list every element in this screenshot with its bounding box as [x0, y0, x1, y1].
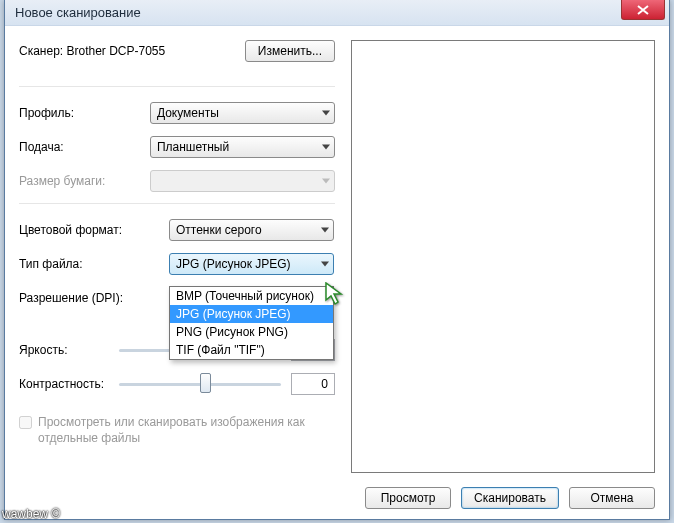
feed-combo[interactable]: Планшетный	[150, 136, 335, 158]
contrast-row: Контрастность: 0	[19, 372, 335, 396]
close-icon	[637, 5, 649, 15]
feed-label: Подача:	[19, 140, 150, 154]
feed-value: Планшетный	[157, 140, 229, 154]
chevron-down-icon	[321, 262, 329, 267]
filetype-option-tif[interactable]: TIF (Файл "TIF")	[170, 341, 333, 359]
profile-row: Профиль: Документы	[19, 101, 335, 125]
contrast-value[interactable]: 0	[291, 373, 335, 395]
profile-label: Профиль:	[19, 106, 150, 120]
paper-combo	[150, 170, 335, 192]
color-label: Цветовой формат:	[19, 223, 169, 237]
filetype-label: Тип файла:	[19, 257, 169, 271]
preview-area	[351, 40, 655, 473]
filetype-combo[interactable]: JPG (Рисунок JPEG)	[169, 253, 334, 275]
preview-panel: Просмотр Сканировать Отмена	[347, 26, 669, 519]
profile-combo[interactable]: Документы	[150, 102, 335, 124]
color-row: Цветовой формат: Оттенки серого	[19, 218, 335, 242]
feed-row: Подача: Планшетный	[19, 135, 335, 159]
separate-files-label: Просмотреть или сканировать изображения …	[38, 414, 335, 446]
brightness-label: Яркость:	[19, 343, 119, 357]
separate-files-checkbox	[19, 416, 32, 429]
contrast-slider[interactable]	[119, 373, 281, 395]
color-value: Оттенки серого	[176, 223, 262, 237]
filetype-option-jpg[interactable]: JPG (Рисунок JPEG)	[170, 305, 333, 323]
dpi-label: Разрешение (DPI):	[19, 291, 169, 305]
close-button[interactable]	[621, 0, 665, 20]
scanner-label: Сканер: Brother DCP-7055	[19, 44, 165, 58]
filetype-row: Тип файла: JPG (Рисунок JPEG)	[19, 252, 335, 276]
paper-row: Размер бумаги:	[19, 169, 335, 193]
chevron-down-icon	[322, 179, 330, 184]
window-title: Новое сканирование	[15, 5, 141, 20]
separator	[19, 203, 335, 204]
cancel-button[interactable]: Отмена	[569, 487, 655, 509]
color-combo[interactable]: Оттенки серого	[169, 219, 334, 241]
titlebar: Новое сканирование	[5, 0, 669, 26]
separator	[19, 86, 335, 87]
separate-files-row: Просмотреть или сканировать изображения …	[19, 414, 335, 446]
chevron-down-icon	[321, 228, 329, 233]
profile-value: Документы	[157, 106, 219, 120]
client-area: Сканер: Brother DCP-7055 Изменить... Про…	[5, 26, 669, 519]
filetype-dropdown[interactable]: BMP (Точечный рисунок) JPG (Рисунок JPEG…	[169, 286, 334, 360]
contrast-label: Контрастность:	[19, 377, 119, 391]
preview-button[interactable]: Просмотр	[365, 487, 451, 509]
filetype-option-png[interactable]: PNG (Рисунок PNG)	[170, 323, 333, 341]
paper-label: Размер бумаги:	[19, 174, 150, 188]
watermark: wawbew ©	[2, 507, 60, 521]
change-scanner-button[interactable]: Изменить...	[245, 40, 335, 62]
filetype-value: JPG (Рисунок JPEG)	[176, 257, 291, 271]
settings-panel: Сканер: Brother DCP-7055 Изменить... Про…	[5, 26, 347, 519]
chevron-down-icon	[322, 111, 330, 116]
scan-button[interactable]: Сканировать	[461, 487, 559, 509]
chevron-down-icon	[322, 145, 330, 150]
scanner-row: Сканер: Brother DCP-7055 Изменить...	[19, 40, 335, 62]
footer-buttons: Просмотр Сканировать Отмена	[351, 473, 655, 509]
filetype-option-bmp[interactable]: BMP (Точечный рисунок)	[170, 287, 333, 305]
dialog-window: Новое сканирование Сканер: Brother DCP-7…	[4, 0, 670, 520]
